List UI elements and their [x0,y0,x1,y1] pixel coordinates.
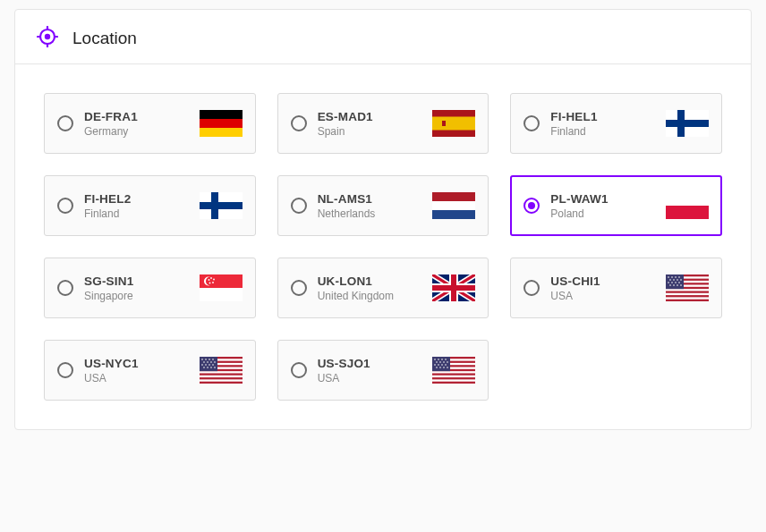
location-card-left: UK-LON1United Kingdom [291,274,433,302]
location-country: Spain [318,125,373,138]
location-card-left: SG-SIN1Singapore [57,274,200,302]
location-code: ES-MAD1 [318,110,373,123]
radio-icon [291,362,307,378]
location-code: US-NYC1 [84,357,139,370]
svg-rect-40 [432,285,475,291]
location-code: US-SJO1 [318,357,370,370]
flag-us-icon [200,357,243,384]
location-text: ES-MAD1Spain [318,110,373,138]
location-option-pl-waw1[interactable]: PL-WAW1Poland [510,175,722,236]
svg-rect-7 [200,119,243,128]
svg-point-80 [214,361,216,363]
flag-fi-icon [666,110,709,137]
location-option-us-sjo1[interactable]: US-SJO1USA [277,340,489,401]
location-code: PL-WAW1 [550,192,608,206]
svg-rect-19 [432,201,475,210]
svg-point-74 [205,359,207,360]
svg-rect-93 [432,371,475,373]
location-code: NL-AMS1 [318,192,376,206]
location-option-nl-ams1[interactable]: NL-AMS1Netherlands [277,175,489,236]
location-card-left: DE-FRA1Germany [57,110,200,138]
svg-rect-11 [442,121,446,126]
location-card-left: NL-AMS1Netherlands [291,192,433,220]
svg-point-102 [440,361,442,363]
svg-rect-70 [200,376,243,377]
svg-point-99 [442,359,444,360]
svg-point-54 [673,279,675,281]
svg-point-52 [678,276,680,278]
location-code: FI-HEL1 [550,110,597,123]
svg-point-103 [444,361,446,363]
svg-rect-18 [432,192,475,201]
svg-point-59 [675,282,677,283]
svg-point-75 [209,359,210,360]
location-option-uk-lon1[interactable]: UK-LON1United Kingdom [277,258,489,318]
radio-icon [57,198,73,214]
svg-point-1 [45,34,50,39]
location-grid: DE-FRA1GermanyES-MAD1SpainFI-HEL1Finland… [15,64,751,429]
svg-point-79 [210,361,212,363]
panel-title: Location [72,29,137,48]
svg-point-26 [206,277,215,286]
location-card-left: FI-HEL1Finland [523,110,666,138]
location-country: USA [550,290,600,302]
svg-rect-17 [211,192,218,219]
svg-point-77 [203,361,205,363]
location-code: UK-LON1 [318,274,394,288]
svg-point-58 [671,282,673,283]
svg-rect-6 [200,110,243,119]
location-code: DE-FRA1 [84,110,138,123]
svg-point-61 [669,284,671,286]
svg-point-62 [673,284,675,286]
location-country: Poland [550,207,608,220]
location-option-fi-hel1[interactable]: FI-HEL1Finland [510,93,722,154]
radio-icon [291,198,307,214]
location-option-es-mad1[interactable]: ES-MAD1Spain [277,93,489,154]
flag-pl-icon [666,192,709,219]
flag-nl-icon [432,192,475,219]
location-code: FI-HEL2 [84,192,131,206]
flag-gb-icon [432,274,475,301]
svg-rect-94 [432,376,475,377]
location-country: Singapore [84,290,133,302]
svg-point-73 [201,359,203,360]
location-text: US-SJO1USA [318,357,370,384]
svg-rect-45 [666,289,709,291]
location-text: PL-WAW1Poland [550,192,608,220]
radio-icon [523,198,540,214]
svg-point-64 [680,284,682,286]
svg-rect-21 [666,192,709,206]
location-card-left: US-NYC1USA [57,357,200,384]
svg-point-98 [438,359,440,360]
flag-es-icon [432,110,475,137]
location-option-fi-hel2[interactable]: FI-HEL2Finland [44,175,256,236]
location-option-de-fra1[interactable]: DE-FRA1Germany [44,93,256,154]
location-text: FI-HEL1Finland [550,110,597,138]
svg-point-97 [435,359,437,360]
svg-rect-14 [677,110,685,137]
location-option-us-nyc1[interactable]: US-NYC1USA [44,340,256,401]
svg-rect-10 [432,117,475,131]
svg-point-111 [444,367,446,368]
svg-point-101 [437,361,438,363]
svg-point-87 [210,367,212,368]
location-card-left: US-CHI1USA [523,274,666,302]
radio-icon [291,115,307,131]
radio-icon [57,280,73,296]
flag-sg-icon [200,274,243,301]
svg-rect-22 [666,206,709,219]
location-target-icon [37,26,58,51]
svg-point-85 [203,367,205,368]
location-card-left: PL-WAW1Poland [523,192,666,220]
location-card-left: FI-HEL2Finland [57,192,200,220]
location-panel: Location DE-FRA1GermanyES-MAD1SpainFI-HE… [14,9,752,430]
radio-icon [57,362,73,378]
radio-icon [523,280,540,296]
location-option-us-chi1[interactable]: US-CHI1USA [510,258,722,318]
location-text: DE-FRA1Germany [84,110,138,138]
radio-icon [291,280,307,296]
location-option-sg-sin1[interactable]: SG-SIN1Singapore [44,258,256,318]
location-text: UK-LON1United Kingdom [318,274,394,302]
svg-point-108 [446,364,447,366]
flag-fi-icon [200,192,243,219]
